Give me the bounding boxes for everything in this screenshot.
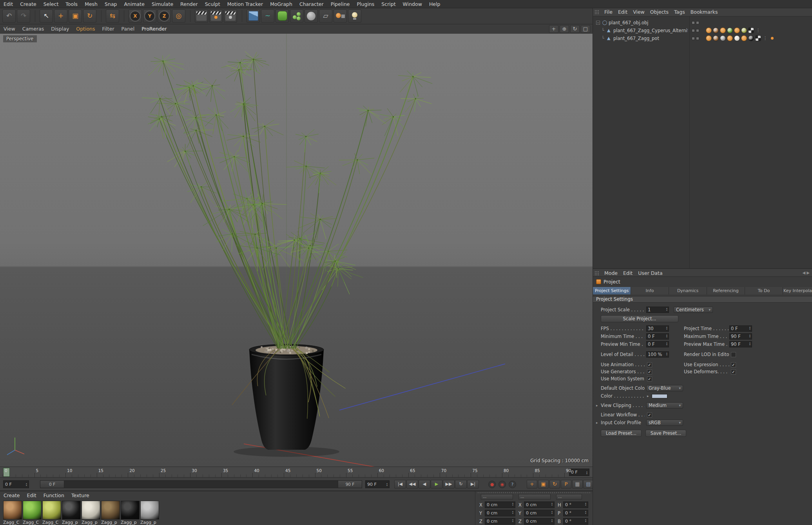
phong-tag-icon[interactable] — [720, 27, 726, 33]
viewport-menu-prorender[interactable]: ProRender — [138, 24, 170, 34]
object-manager[interactable]: −◯plant_667_obj.obj└▲plant_667_Zagg_Cype… — [593, 16, 812, 268]
material-thumbnail[interactable] — [140, 501, 159, 520]
ball-tag-icon[interactable] — [713, 35, 719, 41]
maximum-time-field[interactable]: 90 F▴▾ — [729, 333, 752, 340]
coord-header-1[interactable]: ... — [518, 494, 551, 500]
material-thumbnail[interactable] — [82, 501, 100, 520]
use-generators-checkbox[interactable]: ✓ — [647, 369, 652, 374]
material-thumbnail[interactable] — [101, 501, 120, 520]
render-visibility-toggle[interactable] — [696, 37, 699, 40]
viewport[interactable]: Perspective Grid Spacing : 10000 cm — [0, 34, 593, 467]
minimum-time-field[interactable]: 0 F▴▾ — [646, 333, 669, 340]
om-menu-tags[interactable]: Tags — [671, 8, 688, 16]
viewport-menu-options[interactable]: Options — [72, 24, 98, 34]
menu-tools[interactable]: Tools — [62, 0, 81, 8]
am-menu-user-data[interactable]: User Data — [635, 269, 665, 278]
om-menu-view[interactable]: View — [630, 8, 647, 16]
panel-grip-icon[interactable] — [594, 10, 599, 15]
material-menu-texture[interactable]: Texture — [68, 492, 93, 500]
project-scale-field[interactable]: 1▴▾ — [646, 307, 669, 313]
viewport-menu-display[interactable]: Display — [47, 24, 72, 34]
uvw-tag-icon[interactable] — [755, 35, 761, 41]
view-clipping-expander-icon[interactable]: ▸ — [596, 402, 598, 409]
camera-icon[interactable] — [334, 9, 347, 23]
coord-field-z-2[interactable]: 0 cm▴▾ — [485, 518, 515, 525]
fps-field[interactable]: 30▴▾ — [646, 325, 669, 332]
editor-visibility-toggle[interactable] — [692, 21, 695, 24]
am-menu-edit[interactable]: Edit — [620, 269, 635, 278]
menu-script[interactable]: Script — [378, 0, 399, 8]
tab-info[interactable]: Info — [631, 287, 669, 294]
menu-simulate[interactable]: Simulate — [148, 0, 177, 8]
material-thumbnail[interactable] — [23, 501, 42, 520]
om-menu-bookmarks[interactable]: Bookmarks — [688, 8, 721, 16]
object-row[interactable]: └▲plant_667_Zagg_Cyperus_Alternifolius⋮ — [593, 27, 812, 35]
dots-tag-icon[interactable]: ⋮ — [755, 27, 761, 33]
coord-field-x-0[interactable]: 0 cm▴▾ — [485, 501, 515, 508]
menu-sculpt[interactable]: Sculpt — [201, 0, 224, 8]
tab-to-do[interactable]: To Do — [745, 287, 783, 294]
ball-tag-icon[interactable] — [741, 27, 747, 33]
scale-tool-icon[interactable]: ▣ — [69, 9, 82, 23]
preview-min-time-field[interactable]: 0 F▴▾ — [646, 341, 669, 347]
record-keyframe-button[interactable]: ● — [488, 481, 496, 488]
range-start-grip[interactable]: 0 F — [40, 481, 64, 488]
menu-create[interactable]: Create — [16, 0, 40, 8]
load-preset-button[interactable]: Load Preset... — [601, 430, 642, 437]
tab-dynamics[interactable]: Dynamics — [669, 287, 707, 294]
am-menu-mode[interactable]: Mode — [602, 269, 620, 278]
default-object-color-dropdown[interactable]: Gray-Blue▾ — [646, 385, 683, 391]
preview-max-time-field[interactable]: 90 F▴▾ — [729, 341, 752, 347]
editor-visibility-toggle[interactable] — [692, 29, 695, 32]
render-lod-checkbox[interactable] — [731, 352, 736, 357]
cloner-icon[interactable] — [290, 9, 303, 23]
toggle-view-icon[interactable]: □ — [581, 25, 590, 33]
project-scale-unit-dropdown[interactable]: Centimeters▾ — [674, 307, 713, 313]
menu-window[interactable]: Window — [399, 0, 426, 8]
viewport-menu-filter[interactable]: Filter — [99, 24, 118, 34]
record-position-button[interactable]: + — [527, 480, 537, 489]
timeline-ruler[interactable]: 0 F▴▾ 0510152025303540455055606570758085… — [0, 467, 593, 478]
goto-start-button[interactable]: |◀ — [394, 480, 406, 489]
x-axis-lock-icon[interactable]: X — [129, 9, 142, 23]
coord-field-x-0[interactable]: 0 cm▴▾ — [524, 501, 555, 508]
menu-help[interactable]: Help — [426, 0, 444, 8]
material-menu-create[interactable]: Create — [0, 492, 24, 500]
render-settings-icon[interactable] — [224, 9, 237, 23]
zoom-view-icon[interactable]: ⊕ — [560, 25, 569, 33]
render-view-icon[interactable] — [195, 9, 208, 23]
save-preset-button[interactable]: Save Preset... — [645, 430, 686, 437]
rotate-tool-icon[interactable]: ↻ — [83, 9, 96, 23]
tab-project-settings[interactable]: Project Settings — [593, 287, 631, 294]
z-axis-lock-icon[interactable]: Z — [158, 9, 171, 23]
expander-icon[interactable]: − — [596, 21, 600, 25]
menu-pipeline[interactable]: Pipeline — [327, 0, 353, 8]
timeline-options-button[interactable]: ▤ — [583, 480, 594, 489]
coord-field-y-1[interactable]: 0 cm▴▾ — [524, 510, 555, 516]
coord-header-0[interactable]: ... — [481, 494, 513, 500]
coordinate-system-icon[interactable]: ◎ — [172, 9, 185, 23]
material-item[interactable]: Zagg_C — [42, 501, 61, 525]
phong-tag-icon[interactable] — [727, 35, 733, 41]
panel-grip[interactable] — [478, 492, 590, 493]
color-swatch[interactable] — [652, 394, 667, 398]
record-scale-button[interactable]: ▣ — [538, 480, 549, 489]
material-thumbnail[interactable] — [62, 501, 81, 520]
ball-tag-icon[interactable] — [713, 27, 719, 33]
dots-tag-icon[interactable]: ⋮ — [762, 35, 768, 41]
ball-tag-icon[interactable] — [748, 35, 754, 41]
keyframe-presets-button[interactable]: ▦ — [572, 480, 583, 489]
history-nav-arrows[interactable]: ◀ ▶ — [802, 269, 810, 277]
viewport-menu-view[interactable]: View — [0, 24, 19, 34]
keyframe-selection-button[interactable]: ? — [509, 481, 516, 488]
om-menu-file[interactable]: File — [602, 8, 615, 16]
coord-field-p-1[interactable]: 0 °▴▾ — [563, 510, 588, 516]
menu-snap[interactable]: Snap — [101, 0, 120, 8]
ruler-frame-field[interactable]: 0 F▴▾ — [569, 469, 589, 476]
material-menu-edit[interactable]: Edit — [24, 492, 40, 500]
menu-mograph[interactable]: MoGraph — [266, 0, 296, 8]
uvw-tag-icon[interactable] — [748, 27, 754, 33]
section-header[interactable]: Project Settings — [593, 296, 812, 303]
phong-tag-icon[interactable] — [706, 27, 712, 33]
color-expander-icon[interactable]: ▸ — [647, 393, 649, 400]
